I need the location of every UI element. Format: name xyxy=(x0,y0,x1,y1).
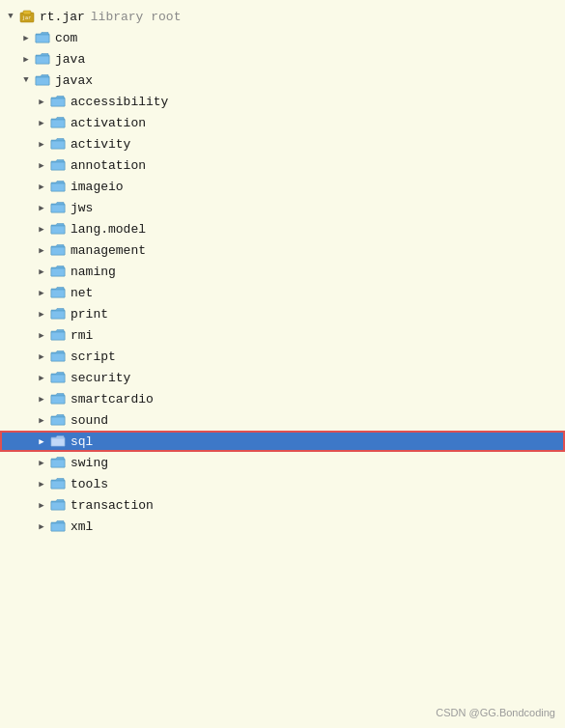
tree-item-transaction[interactable]: transaction xyxy=(0,494,565,516)
rt-jar-sublabel: library root xyxy=(91,10,182,24)
tree-item-rt-jar[interactable]: jar rt.jar library root xyxy=(0,6,565,27)
folder-icon-tools xyxy=(50,477,66,490)
tree-item-swing[interactable]: swing xyxy=(0,452,565,473)
jws-label: jws xyxy=(71,201,93,215)
chevron-jws xyxy=(35,201,48,214)
folder-icon-naming xyxy=(50,265,66,278)
tree-item-activation[interactable]: activation xyxy=(0,112,565,133)
transaction-label: transaction xyxy=(71,498,154,513)
tree-item-rmi[interactable]: rmi xyxy=(0,324,565,346)
tree-item-activity[interactable]: activity xyxy=(0,133,565,154)
tree-item-jws[interactable]: jws xyxy=(0,197,565,218)
watermark: CSDN @GG.Bondcoding xyxy=(436,707,555,718)
tree-item-lang-model[interactable]: lang.model xyxy=(0,218,565,239)
tree-item-security[interactable]: security xyxy=(0,367,565,388)
java-label: java xyxy=(55,52,85,67)
folder-icon-print xyxy=(50,307,66,321)
chevron-imageio xyxy=(35,180,48,193)
folder-icon-rmi xyxy=(50,328,66,342)
tree-item-xml[interactable]: xml xyxy=(0,516,565,537)
chevron-transaction xyxy=(35,498,48,512)
imageio-label: imageio xyxy=(71,180,124,194)
folder-icon-transaction xyxy=(50,498,66,512)
folder-icon-annotation xyxy=(50,158,66,172)
folder-icon-javax xyxy=(35,73,50,87)
folder-icon-lang-model xyxy=(50,222,66,236)
folder-icon-jws xyxy=(50,201,66,214)
security-label: security xyxy=(71,371,130,385)
chevron-java xyxy=(19,52,33,66)
print-label: print xyxy=(71,307,108,322)
file-tree[interactable]: jar rt.jar library root com java xyxy=(0,0,565,728)
activation-label: activation xyxy=(71,116,146,130)
folder-icon-smartcardio xyxy=(50,392,66,406)
chevron-security xyxy=(35,371,48,384)
folder-icon-security xyxy=(50,371,66,384)
tree-item-tools[interactable]: tools xyxy=(0,473,565,494)
chevron-tools xyxy=(35,477,48,490)
rt-jar-label: rt.jar xyxy=(40,10,85,24)
folder-icon-script xyxy=(50,350,66,363)
chevron-activity xyxy=(35,137,48,151)
tree-item-net[interactable]: net xyxy=(0,282,565,303)
script-label: script xyxy=(71,350,116,364)
chevron-xml xyxy=(35,519,48,533)
chevron-net xyxy=(35,286,48,299)
javax-label: javax xyxy=(55,73,93,88)
chevron-accessibility xyxy=(35,95,48,108)
com-label: com xyxy=(55,31,77,45)
chevron-script xyxy=(35,350,48,363)
folder-icon-management xyxy=(50,243,66,257)
net-label: net xyxy=(71,286,93,300)
folder-icon-sound xyxy=(50,413,66,427)
tree-item-annotation[interactable]: annotation xyxy=(0,154,565,176)
tree-item-sound[interactable]: sound xyxy=(0,409,565,431)
folder-icon-xml xyxy=(50,519,66,533)
tree-item-management[interactable]: management xyxy=(0,239,565,261)
chevron-sound xyxy=(35,413,48,427)
naming-label: naming xyxy=(71,265,116,279)
chevron-activation xyxy=(35,116,48,129)
rmi-label: rmi xyxy=(71,328,93,343)
lang-model-label: lang.model xyxy=(71,222,146,237)
tree-item-smartcardio[interactable]: smartcardio xyxy=(0,388,565,409)
chevron-com xyxy=(19,31,33,44)
chevron-swing xyxy=(35,456,48,469)
chevron-javax xyxy=(19,73,33,87)
sql-label: sql xyxy=(71,434,93,449)
folder-icon-sql xyxy=(50,434,66,448)
activity-label: activity xyxy=(71,137,130,152)
chevron-smartcardio xyxy=(35,392,48,406)
tree-item-accessibility[interactable]: accessibility xyxy=(0,91,565,112)
sound-label: sound xyxy=(71,413,108,428)
tree-item-com[interactable]: com xyxy=(0,27,565,48)
annotation-label: annotation xyxy=(71,158,146,173)
chevron-rmi xyxy=(35,328,48,342)
accessibility-label: accessibility xyxy=(71,95,168,109)
chevron-annotation xyxy=(35,158,48,172)
svg-text:jar: jar xyxy=(22,14,31,21)
chevron-management xyxy=(35,243,48,257)
xml-label: xml xyxy=(71,519,93,534)
folder-icon-net xyxy=(50,286,66,299)
tree-item-script[interactable]: script xyxy=(0,346,565,367)
tree-item-imageio[interactable]: imageio xyxy=(0,176,565,197)
tree-item-print[interactable]: print xyxy=(0,303,565,324)
tools-label: tools xyxy=(71,477,108,491)
swing-label: swing xyxy=(71,456,108,470)
folder-icon-swing xyxy=(50,456,66,469)
chevron-lang-model xyxy=(35,222,48,236)
tree-item-javax[interactable]: javax xyxy=(0,70,565,91)
chevron-sql xyxy=(35,434,48,448)
tree-item-sql[interactable]: sql xyxy=(0,431,565,452)
folder-icon-activity xyxy=(50,137,66,151)
jar-icon: jar xyxy=(19,10,35,23)
folder-icon-activation xyxy=(50,116,66,129)
tree-item-java[interactable]: java xyxy=(0,48,565,70)
folder-icon-com xyxy=(35,31,50,44)
tree-item-naming[interactable]: naming xyxy=(0,261,565,282)
chevron-print xyxy=(35,307,48,321)
folder-icon-java xyxy=(35,52,50,66)
smartcardio-label: smartcardio xyxy=(71,392,154,406)
folder-icon-imageio xyxy=(50,180,66,193)
